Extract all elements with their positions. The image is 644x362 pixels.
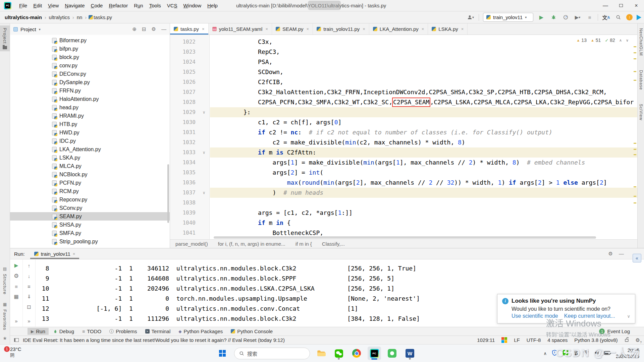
star-icon[interactable]: ★ — [3, 336, 7, 341]
code-line-1039[interactable]: 1039 args = [c1, c2, *args[1:]] — [170, 208, 637, 218]
menu-view[interactable]: View — [45, 1, 62, 10]
tree-item-sconv-py[interactable]: SConv.py — [10, 204, 170, 212]
breadcrumb-item[interactable]: ultralytics-main — [4, 14, 43, 21]
input-method-indicator[interactable]: 英 — [573, 350, 578, 357]
code-area[interactable]: 1022 C3x,1023 RepC3,1024 PSA,1025 SCDown… — [170, 35, 637, 239]
settings-gear-icon[interactable]: ⚙ — [152, 26, 156, 32]
menu-tools[interactable]: Tools — [146, 1, 164, 10]
tree-item-head-py[interactable]: head.py — [10, 103, 170, 112]
tree-item-ncblock-py[interactable]: NCBlock.py — [10, 170, 170, 179]
wifi-icon[interactable] — [583, 350, 589, 357]
chevron-down-icon[interactable]: ▾ — [39, 27, 41, 31]
fold-marker[interactable]: ∨ — [198, 188, 210, 198]
tree-item-deconv-py[interactable]: DEConv.py — [10, 70, 170, 78]
unlock-icon[interactable] — [625, 337, 629, 343]
stop-process-button[interactable] — [12, 282, 20, 290]
shield-icon[interactable] — [551, 350, 558, 357]
wechat-icon[interactable] — [332, 347, 345, 360]
taskbar-search-box[interactable]: 搜索 — [234, 348, 310, 359]
toolwindow-run[interactable]: Run — [28, 328, 49, 335]
code-line-1035[interactable]: 1035 args[2] = int( — [170, 168, 637, 178]
structure-tool-button[interactable]: ▤ Structure — [2, 266, 7, 295]
fold-marker[interactable]: ∨ — [198, 147, 210, 158]
breadcrumb-item[interactable]: tasks.py — [93, 14, 113, 21]
plugin-squares-icon[interactable] — [501, 337, 507, 343]
tree-item-block-py[interactable]: block.py — [10, 53, 170, 61]
restore-layout-button[interactable] — [12, 293, 20, 301]
trail-item[interactable]: for i, (f, n, m, args) in enume... — [218, 241, 285, 247]
run-with-coverage-button[interactable]: ▶▾ — [574, 13, 582, 21]
code-line-1037[interactable]: 1037∨ ) # num heads — [170, 188, 637, 198]
close-tab-icon[interactable]: × — [202, 26, 205, 32]
collapse-all-button[interactable]: ⊟ — [142, 26, 146, 32]
menu-code[interactable]: Code — [88, 1, 106, 10]
scroll-to-end-button[interactable] — [25, 293, 33, 301]
tab-seam-py[interactable]: SEAM.py× — [272, 23, 313, 35]
menu-window[interactable]: Window — [180, 1, 204, 10]
inspection-ok[interactable]: ✓82 — [605, 38, 615, 43]
tree-item-idc-py[interactable]: IDC.py — [10, 137, 170, 145]
tree-item-shsa-py[interactable]: SHSA.py — [10, 221, 170, 229]
run-tab[interactable]: train_yolov11 × — [30, 248, 79, 259]
run-button[interactable]: ▶ — [537, 13, 545, 21]
close-tab-icon[interactable]: × — [461, 26, 464, 32]
tree-item-htb-py[interactable]: HTB.py — [10, 120, 170, 128]
debug-button[interactable] — [549, 13, 557, 21]
code-line-1038[interactable]: 1038 — [170, 198, 637, 208]
code-line-1028[interactable]: 1028 C2PSA_PCFN,C3k2_SMFA,C3k2_WT,C3k2_S… — [170, 97, 637, 107]
restore-button[interactable] — [613, 0, 629, 11]
profiler-button[interactable] — [561, 13, 570, 21]
code-line-1026[interactable]: 1026 C2fCIB, — [170, 77, 637, 87]
more-actions-button[interactable] — [12, 317, 20, 325]
inspection-warning-icon[interactable]: ▲13 — [576, 38, 586, 43]
tree-item-biformer-py[interactable]: Biformer.py — [10, 36, 170, 45]
user-icon[interactable]: ▾ — [467, 13, 475, 21]
use-scientific-mode-link[interactable]: Use scientific mode — [512, 313, 558, 319]
close-icon[interactable]: × — [73, 251, 75, 256]
tree-item-smfa-py[interactable]: SMFA.py — [10, 229, 170, 237]
menu-file[interactable]: File — [16, 1, 30, 10]
chrome-icon[interactable] — [350, 347, 363, 360]
menu-navigate[interactable]: Navigate — [62, 1, 88, 10]
tree-item-rcm-py[interactable]: RCM.py — [10, 187, 170, 195]
pycharm-taskbar-icon[interactable]: PC — [368, 347, 381, 360]
toolwindow-python-packages[interactable]: Python Packages — [175, 328, 226, 335]
code-line-1040[interactable]: 1040 if m in { — [170, 218, 637, 228]
code-line-1032[interactable]: 1032 c2 = make_divisible(min(c2, max_cha… — [170, 137, 637, 147]
keep-current-layout-link[interactable]: Keep current layout... — [564, 313, 615, 319]
code-line-1036[interactable]: 1036 max(round(min(args[2], max_channels… — [170, 178, 637, 188]
menu-refactor[interactable]: Refactor — [106, 1, 131, 10]
code-line-1034[interactable]: 1034 args[1] = make_divisible(min(args[1… — [170, 158, 637, 168]
locate-file-button[interactable]: ⊕ — [132, 26, 137, 32]
trail-item[interactable]: parse_model() — [175, 241, 208, 247]
translate-icon[interactable]: 文A — [602, 13, 610, 21]
minimize-button[interactable]: — — [598, 0, 613, 11]
trail-item[interactable]: Classify,... — [322, 241, 345, 247]
menu-help[interactable]: Help — [204, 1, 221, 10]
start-button[interactable] — [216, 347, 230, 360]
code-line-1023[interactable]: 1023 RepC3, — [170, 47, 637, 57]
down-stack-button[interactable] — [25, 272, 33, 280]
trail-item[interactable]: if m in { — [296, 241, 312, 247]
tree-item-frfn-py[interactable]: FRFN.py — [10, 86, 170, 95]
tree-item-bifpn-py[interactable]: bifpn.py — [10, 45, 170, 53]
print-button[interactable] — [25, 303, 33, 311]
tab-tasks-py[interactable]: tasks.py× — [170, 23, 209, 35]
tab-train_yolov11-py[interactable]: train_yolov11.py× — [313, 23, 369, 35]
file-encoding[interactable]: UTF-8 — [527, 337, 541, 343]
tree-item-repconv-py[interactable]: Repconv.py — [10, 195, 170, 204]
code-line-1027[interactable]: 1027 C3k2_HaloAttention,C3k2_FRFN,Incept… — [170, 87, 637, 97]
battery-icon[interactable] — [604, 350, 611, 356]
close-button[interactable]: × — [629, 0, 644, 11]
toolwindow-terminal[interactable]: >Terminal — [142, 328, 174, 335]
code-line-1030[interactable]: 1030 c1, c2 = ch[f], args[0] — [170, 117, 637, 127]
code-line-1033[interactable]: 1033∨ if m is C2fAttn: — [170, 147, 637, 158]
tree-item-pcfn-py[interactable]: PCFN.py — [10, 179, 170, 187]
line-separator[interactable]: LF — [514, 337, 520, 343]
close-tab-icon[interactable]: × — [307, 26, 309, 32]
code-line-1025[interactable]: 1025 SCDown, — [170, 67, 637, 77]
rerun-button[interactable] — [12, 261, 20, 269]
chevron-down-icon[interactable]: ∨ — [627, 314, 630, 319]
toolwindow-python-console[interactable]: Python Console — [227, 328, 276, 335]
update-icon[interactable]: ↑ — [626, 14, 633, 20]
